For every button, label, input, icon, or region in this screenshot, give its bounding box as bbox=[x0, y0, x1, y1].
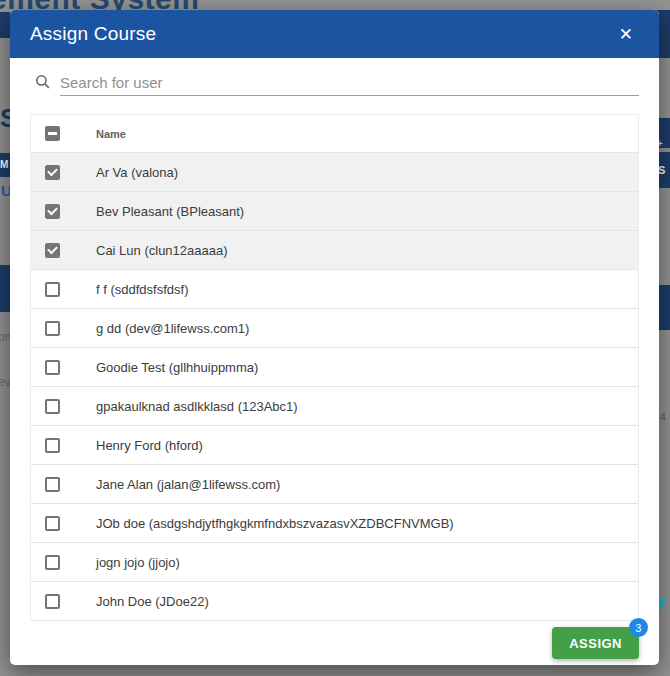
name-column-header: Name bbox=[96, 128, 126, 140]
user-name: Ar Va (valona) bbox=[96, 165, 178, 180]
row-checkbox[interactable] bbox=[45, 438, 60, 453]
user-name: gpakaulknad asdlkklasd (123Abc1) bbox=[96, 399, 298, 414]
row-checkbox[interactable] bbox=[45, 165, 60, 180]
user-name: Cai Lun (clun12aaaaa) bbox=[96, 243, 228, 258]
modal-title: Assign Course bbox=[30, 23, 156, 45]
selection-count-badge: 3 bbox=[629, 618, 648, 637]
select-all-checkbox[interactable] bbox=[45, 126, 60, 141]
table-row[interactable]: JOb doe (asdgshdjytfhgkgkmfndxbszvazasvX… bbox=[31, 504, 638, 543]
user-name: Bev Pleasant (BPleasant) bbox=[96, 204, 244, 219]
screen: ement System S M U om ev + S 1-4 Assign … bbox=[0, 0, 670, 676]
row-checkbox[interactable] bbox=[45, 399, 60, 414]
row-checkbox[interactable] bbox=[45, 516, 60, 531]
user-table: Name Ar Va (valona) Bev Pleasant (BPleas… bbox=[30, 114, 639, 621]
search-row bbox=[30, 70, 639, 96]
row-checkbox[interactable] bbox=[45, 204, 60, 219]
row-checkbox[interactable] bbox=[45, 555, 60, 570]
table-row[interactable]: jogn jojo (jjojo) bbox=[31, 543, 638, 582]
table-row[interactable]: f f (sddfdsfsfdsf) bbox=[31, 270, 638, 309]
modal-header: Assign Course ✕ bbox=[10, 10, 659, 58]
table-row[interactable]: Ar Va (valona) bbox=[31, 153, 638, 192]
table-rows: Ar Va (valona) Bev Pleasant (BPleasant) … bbox=[31, 153, 638, 621]
row-checkbox[interactable] bbox=[45, 477, 60, 492]
table-row[interactable]: Goodie Test (gllhhuippmma) bbox=[31, 348, 638, 387]
table-header-row: Name bbox=[31, 115, 638, 153]
assign-course-modal: Assign Course ✕ Name bbox=[10, 10, 659, 665]
user-name: John Doe (JDoe22) bbox=[96, 594, 209, 609]
table-row[interactable]: Jane Alan (jalan@1lifewss.com) bbox=[31, 465, 638, 504]
user-name: Henry Ford (hford) bbox=[96, 438, 203, 453]
row-checkbox[interactable] bbox=[45, 243, 60, 258]
row-checkbox[interactable] bbox=[45, 360, 60, 375]
assign-button[interactable]: ASSIGN 3 bbox=[552, 627, 639, 659]
table-row[interactable]: John Doe (JDoe22) bbox=[31, 582, 638, 621]
background-navbar-left bbox=[0, 12, 10, 38]
user-name: JOb doe (asdgshdjytfhgkgkmfndxbszvazasvX… bbox=[96, 516, 454, 531]
background-button-fragment-left-2 bbox=[0, 265, 10, 312]
search-input[interactable] bbox=[60, 70, 639, 96]
modal-body: Name Ar Va (valona) Bev Pleasant (BPleas… bbox=[10, 58, 659, 665]
table-row[interactable]: Bev Pleasant (BPleasant) bbox=[31, 192, 638, 231]
table-row[interactable]: gpakaulknad asdlkklasd (123Abc1) bbox=[31, 387, 638, 426]
background-button-fragment-left: M bbox=[0, 153, 10, 177]
row-checkbox[interactable] bbox=[45, 321, 60, 336]
user-name: f f (sddfdsfsfdsf) bbox=[96, 282, 188, 297]
user-name: jogn jojo (jjojo) bbox=[96, 555, 180, 570]
assign-button-label: ASSIGN bbox=[569, 636, 622, 651]
search-icon bbox=[34, 73, 51, 90]
modal-footer: ASSIGN 3 bbox=[30, 621, 639, 665]
row-checkbox[interactable] bbox=[45, 282, 60, 297]
table-row[interactable]: Cai Lun (clun12aaaaa) bbox=[31, 231, 638, 270]
user-name: g dd (dev@1lifewss.com1) bbox=[96, 321, 249, 336]
close-icon[interactable]: ✕ bbox=[617, 24, 635, 45]
table-row[interactable]: Henry Ford (hford) bbox=[31, 426, 638, 465]
user-name: Goodie Test (gllhhuippmma) bbox=[96, 360, 258, 375]
table-row[interactable]: g dd (dev@1lifewss.com1) bbox=[31, 309, 638, 348]
user-name: Jane Alan (jalan@1lifewss.com) bbox=[96, 477, 280, 492]
row-checkbox[interactable] bbox=[45, 594, 60, 609]
